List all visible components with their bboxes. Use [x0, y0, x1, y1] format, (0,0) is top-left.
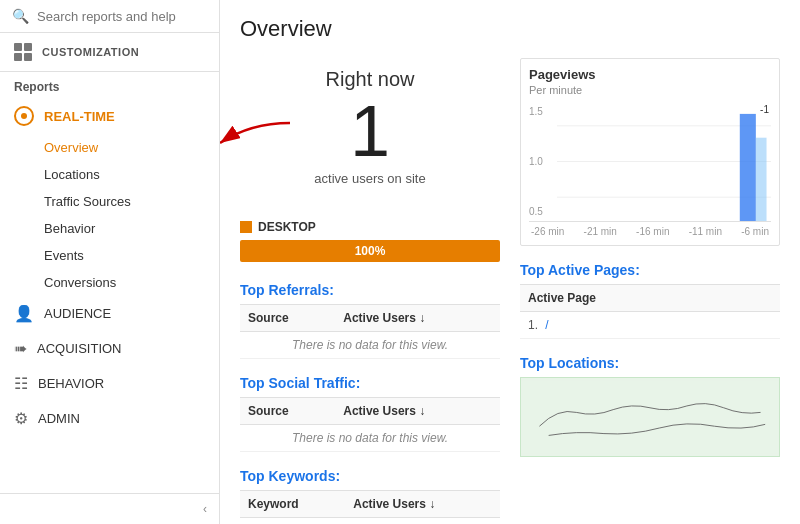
- social-sort-icon[interactable]: ↓: [419, 404, 425, 418]
- search-input[interactable]: [37, 9, 207, 24]
- map-svg: [521, 378, 779, 456]
- top-social-table: Source Active Users ↓ There is no data f…: [240, 397, 500, 452]
- chart-x-labels: -26 min -21 min -16 min -11 min -6 min: [529, 226, 771, 237]
- svg-rect-5: [756, 138, 767, 221]
- x-label-4: -11 min: [689, 226, 722, 237]
- reports-label: Reports: [0, 72, 219, 98]
- sidebar-item-behavior-main[interactable]: ☷ BEHAVIOR: [0, 366, 219, 401]
- chart-svg: [529, 102, 771, 221]
- sidebar: 🔍 CUSTOMIZATION Reports REAL-TIME Overvi…: [0, 0, 220, 524]
- active-page-num: 1.: [528, 318, 538, 332]
- device-color-square: [240, 221, 252, 233]
- grid-icon: [14, 43, 32, 61]
- x-label-3: -16 min: [636, 226, 669, 237]
- y-label-3: 0.5: [529, 206, 557, 217]
- realtime-icon: [14, 106, 34, 126]
- top-keywords-section: Top Keywords: Keyword Active Users ↓: [240, 468, 500, 518]
- customization-label: CUSTOMIZATION: [42, 46, 139, 58]
- keywords-keyword-header: Keyword: [240, 491, 345, 518]
- referrals-source-header: Source: [240, 305, 335, 332]
- keywords-sort-icon[interactable]: ↓: [429, 497, 435, 511]
- behavior-icon: ☷: [14, 374, 28, 393]
- pageviews-section: Pageviews Per minute 1.5 1.0 0.5: [520, 58, 780, 246]
- x-label-2: -21 min: [584, 226, 617, 237]
- device-bar-fill: 100%: [240, 240, 500, 262]
- device-progress-bar: 100%: [240, 240, 500, 262]
- top-active-pages-table: Active Page 1. /: [520, 284, 780, 339]
- active-users-sub: active users on site: [260, 171, 480, 186]
- sidebar-item-behavior[interactable]: Behavior: [0, 215, 219, 242]
- x-label-1: -26 min: [531, 226, 564, 237]
- realtime-subnav: Overview Locations Traffic Sources Behav…: [0, 134, 219, 296]
- sidebar-collapse[interactable]: ‹: [0, 493, 219, 524]
- sidebar-item-conversions[interactable]: Conversions: [0, 269, 219, 296]
- active-pages-header: Active Page: [520, 285, 780, 312]
- active-page-link[interactable]: /: [545, 318, 548, 332]
- top-referrals-section: Top Referrals: Source Active Users ↓: [240, 282, 500, 359]
- device-section: DESKTOP 100%: [240, 220, 500, 262]
- active-page-row: 1. /: [520, 312, 780, 339]
- locations-map: [520, 377, 780, 457]
- collapse-icon: ‹: [203, 502, 207, 516]
- top-locations-title[interactable]: Top Locations:: [520, 355, 780, 371]
- admin-label: ADMIN: [38, 411, 80, 426]
- top-social-section: Top Social Traffic: Source Active Users …: [240, 375, 500, 452]
- svg-rect-4: [740, 114, 756, 221]
- person-icon: 👤: [14, 304, 34, 323]
- table-row: 1. /: [520, 312, 780, 339]
- sidebar-item-audience[interactable]: 👤 AUDIENCE: [0, 296, 219, 331]
- sidebar-item-events[interactable]: Events: [0, 242, 219, 269]
- referrals-users-header: Active Users ↓: [335, 305, 500, 332]
- behavior-main-label: BEHAVIOR: [38, 376, 104, 391]
- top-keywords-table: Keyword Active Users ↓: [240, 490, 500, 518]
- keywords-users-header: Active Users ↓: [345, 491, 500, 518]
- search-icon: 🔍: [12, 8, 29, 24]
- page-title: Overview: [240, 16, 780, 42]
- acquisition-icon: ➠: [14, 339, 27, 358]
- pageviews-chart: 1.5 1.0 0.5: [529, 102, 771, 222]
- table-row: There is no data for this view.: [240, 332, 500, 359]
- y-label-1: 1.5: [529, 106, 557, 117]
- customization-row[interactable]: CUSTOMIZATION: [0, 33, 219, 72]
- top-active-pages-section: Top Active Pages: Active Page 1. /: [520, 262, 780, 339]
- referrals-no-data: There is no data for this view.: [240, 332, 500, 359]
- active-users-number: 1: [260, 95, 480, 167]
- pageviews-sub: Per minute: [529, 84, 771, 96]
- sidebar-item-realtime[interactable]: REAL-TIME: [0, 98, 219, 134]
- top-keywords-title[interactable]: Top Keywords:: [240, 468, 500, 484]
- y-label-2: 1.0: [529, 156, 557, 167]
- main-content: Overview Right now 1 active users on sit…: [220, 0, 800, 524]
- right-panel: Pageviews Per minute 1.5 1.0 0.5: [520, 58, 780, 518]
- realtime-label: REAL-TIME: [44, 109, 115, 124]
- sidebar-item-traffic-sources[interactable]: Traffic Sources: [0, 188, 219, 215]
- left-panel: Right now 1 active users on site: [240, 58, 500, 518]
- chart-corner-value: -1: [760, 104, 769, 115]
- pageviews-title: Pageviews: [529, 67, 771, 82]
- audience-label: AUDIENCE: [44, 306, 111, 321]
- table-row: There is no data for this view.: [240, 425, 500, 452]
- top-referrals-table: Source Active Users ↓ There is no data f…: [240, 304, 500, 359]
- x-label-5: -6 min: [741, 226, 769, 237]
- sidebar-item-locations[interactable]: Locations: [0, 161, 219, 188]
- search-bar: 🔍: [0, 0, 219, 33]
- social-no-data: There is no data for this view.: [240, 425, 500, 452]
- top-active-pages-title[interactable]: Top Active Pages:: [520, 262, 780, 278]
- device-label: DESKTOP: [240, 220, 500, 234]
- right-now-box: Right now 1 active users on site: [240, 58, 500, 206]
- social-source-header: Source: [240, 398, 335, 425]
- top-locations-section: Top Locations:: [520, 355, 780, 457]
- social-users-header: Active Users ↓: [335, 398, 500, 425]
- sidebar-item-acquisition[interactable]: ➠ ACQUISITION: [0, 331, 219, 366]
- sidebar-item-admin[interactable]: ⚙ ADMIN: [0, 401, 219, 436]
- svg-rect-6: [521, 380, 779, 454]
- referrals-sort-icon[interactable]: ↓: [419, 311, 425, 325]
- right-now-label: Right now: [260, 68, 480, 91]
- acquisition-label: ACQUISITION: [37, 341, 122, 356]
- top-social-title[interactable]: Top Social Traffic:: [240, 375, 500, 391]
- top-referrals-title[interactable]: Top Referrals:: [240, 282, 500, 298]
- realtime-section: REAL-TIME Overview Locations Traffic Sou…: [0, 98, 219, 296]
- admin-gear-icon: ⚙: [14, 409, 28, 428]
- sidebar-item-overview[interactable]: Overview: [0, 134, 219, 161]
